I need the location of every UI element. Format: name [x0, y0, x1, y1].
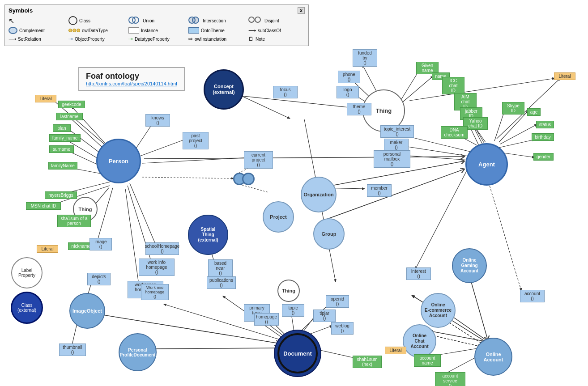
sha1sum-node[interactable]: sha1sum of a person	[57, 215, 91, 227]
interest-node[interactable]: interest ()	[406, 267, 431, 280]
thumbnail-node[interactable]: thumbnail ()	[59, 344, 86, 356]
online-ecommerce-node[interactable]: Online E-commerce Account	[421, 293, 456, 328]
thing-bottom-label: Thing	[282, 288, 295, 293]
disjoint-icon	[248, 17, 263, 25]
knows-node[interactable]: knows ()	[145, 114, 170, 127]
symbols-panel: Symbols x ↖ Class Union	[4, 4, 309, 46]
openid-node[interactable]: openid ()	[326, 295, 349, 308]
foaf-title-box: Foaf ontology http://xmlns.com/foaf/spec…	[78, 67, 185, 91]
shah1sum-hex-node[interactable]: shah1sum (hex)	[353, 356, 382, 368]
surname-node[interactable]: surname	[49, 145, 74, 153]
familyname-node[interactable]: familyName	[48, 162, 77, 170]
account-prop-node[interactable]: account ()	[520, 290, 545, 302]
document-node[interactable]: Document	[277, 333, 318, 373]
sym-class: Class	[68, 16, 125, 25]
plan-node[interactable]: plan	[53, 124, 71, 132]
concept-external-node[interactable]: Concept (external)	[204, 69, 244, 110]
svg-line-13	[142, 157, 251, 163]
focus-node[interactable]: focus ()	[273, 86, 298, 98]
tipjar-node[interactable]: tipjar ()	[313, 310, 336, 322]
skype-id-label: Skype ID	[507, 103, 520, 113]
image-prop-node[interactable]: image ()	[89, 238, 112, 250]
gender-node[interactable]: gender	[533, 153, 554, 161]
maker-node[interactable]: maker ()	[384, 139, 409, 151]
svg-line-70	[142, 177, 234, 178]
online-chat-node[interactable]: Online Chat Account	[403, 324, 436, 358]
status-node[interactable]: status	[536, 121, 554, 128]
agent-node[interactable]: Agent	[465, 143, 508, 186]
close-button[interactable]: x	[298, 7, 305, 14]
imageobject-node[interactable]: ImageObject	[69, 293, 105, 329]
past-project-node[interactable]: past project ()	[183, 132, 209, 149]
member-node[interactable]: member ()	[367, 184, 392, 197]
online-gaming-node[interactable]: Online Gaming Account	[452, 248, 487, 283]
intersection-label: Intersection	[203, 18, 226, 23]
literal4-label: Literal	[389, 348, 401, 353]
foaf-link[interactable]: http://xmlns.com/foaf/spec/20140114.html	[86, 81, 177, 86]
label-property-node[interactable]: Label Property	[11, 257, 43, 288]
theme-node[interactable]: theme ()	[347, 103, 371, 115]
thing-bottom-node[interactable]: Thing	[277, 280, 300, 302]
class-external-node[interactable]: Class (external)	[11, 292, 43, 324]
sym-owlinstanciation: ⇨ owlInstanciation	[188, 36, 245, 42]
homepage-node[interactable]: homepage ()	[254, 313, 279, 326]
knows-label: knows ()	[151, 115, 164, 125]
account-service-node[interactable]: account service ()	[435, 372, 465, 386]
phone-node[interactable]: phone ()	[338, 71, 360, 83]
sym-union: Union	[128, 16, 185, 25]
surname-label: surname	[53, 147, 70, 152]
ontotheme-icon	[188, 27, 199, 34]
cursor-icon: ↖	[9, 17, 14, 25]
topic-node[interactable]: topic ()	[282, 304, 304, 317]
literal1-node[interactable]: Literal	[35, 95, 56, 102]
personal-profile-node[interactable]: Personal ProfileDocument	[119, 333, 157, 371]
work-info-node[interactable]: work info homepage ()	[139, 259, 175, 276]
group-label: Group	[322, 231, 337, 237]
account-service-label: account service ()	[442, 373, 458, 386]
icc-chat-node[interactable]: ICC chat ID	[442, 77, 464, 94]
msn-chat-node[interactable]: MSN chat ID	[26, 202, 61, 210]
account-name-node[interactable]: account name	[414, 354, 441, 367]
birthday-node[interactable]: birthday	[532, 133, 554, 141]
school-homepage-node[interactable]: schoolHomepage ()	[145, 242, 179, 255]
literal4-node[interactable]: Literal	[385, 347, 406, 354]
literal2-node[interactable]: Literal	[37, 245, 58, 253]
project-node[interactable]: Project	[263, 201, 294, 233]
weblog-node[interactable]: weblog ()	[331, 322, 354, 335]
lastname-node[interactable]: lastname	[56, 113, 83, 120]
spatial-thing-node[interactable]: Spatial Thing (external)	[188, 215, 228, 255]
topic-interest-node[interactable]: topic_interest ()	[380, 125, 414, 138]
publications-node[interactable]: publications ()	[207, 276, 236, 289]
organization-node[interactable]: Organization	[301, 177, 337, 212]
organization-label: Organization	[303, 192, 333, 197]
funded-by-node[interactable]: funded by ()	[353, 49, 377, 67]
image-prop-label: image ()	[94, 239, 107, 249]
work-mio-node[interactable]: Work mio homepage ()	[141, 284, 169, 300]
skype-id-node[interactable]: Skype ID	[502, 102, 524, 115]
family-name-node[interactable]: family_name	[49, 134, 81, 142]
group-node[interactable]: Group	[313, 218, 345, 250]
sym-objectproperty: ⇢ ObjectProperty	[68, 36, 125, 42]
nickname-label: nickname	[72, 244, 91, 249]
age-node[interactable]: age	[527, 108, 541, 116]
spatial-thing-label: Spatial Thing (external)	[198, 227, 218, 243]
topic-interest-label: topic_interest ()	[384, 127, 410, 136]
personal-mailbox-node[interactable]: personal mailbox ()	[374, 150, 410, 168]
literal3-node[interactable]: Literal	[554, 72, 575, 80]
geekcode-node[interactable]: geekcode	[58, 101, 85, 108]
svg-line-17	[97, 188, 113, 242]
account-prop-label: account ()	[524, 291, 540, 301]
work-mio-label: Work mio homepage ()	[145, 285, 165, 299]
current-project-node[interactable]: current project ()	[244, 151, 273, 169]
logo-node[interactable]: logo ()	[337, 86, 359, 98]
sym-complement: Complement	[9, 27, 65, 34]
myersbriggs-node[interactable]: myersBriggs	[45, 191, 77, 199]
objectproperty-icon: ⇢	[68, 36, 73, 42]
person-node[interactable]: Person	[96, 139, 141, 183]
sym-subclassof: ⟶ subClassOf	[248, 27, 305, 34]
dna-checksum-node[interactable]: DNA checksum	[441, 126, 468, 139]
sym-owldatatype: owlDataType	[68, 27, 125, 34]
depicts-node[interactable]: depicts ()	[87, 273, 111, 285]
based-near-node[interactable]: based near ()	[208, 259, 233, 277]
online-account-node[interactable]: Online Account	[474, 338, 512, 376]
